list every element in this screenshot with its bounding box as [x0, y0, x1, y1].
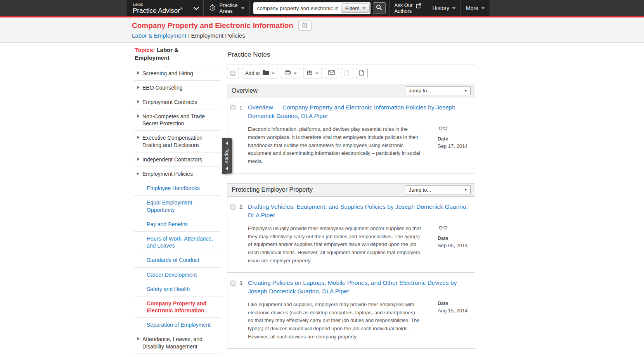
- brand-dropdown-button[interactable]: [189, 0, 204, 16]
- breadcrumb-separator: /: [188, 32, 191, 39]
- chevron-down-icon: [136, 173, 139, 175]
- date-label: Date: [438, 236, 467, 241]
- chevron-right-icon: [137, 337, 140, 340]
- sidebar-topic-label: Employment Policies: [142, 171, 193, 177]
- sidebar-topic[interactable]: Screening and Hiring: [134, 66, 221, 80]
- search-button[interactable]: [373, 2, 386, 14]
- item-checkbox[interactable]: [230, 204, 235, 210]
- sidebar-topic-label: Attendance, Leaves, and Disability Manag…: [142, 336, 203, 349]
- result-title-link[interactable]: Drafting Vehicles, Equipment, and Suppli…: [248, 203, 470, 220]
- document-button[interactable]: [356, 68, 368, 78]
- result-title-link[interactable]: Overview — Company Property and Electron…: [248, 103, 470, 121]
- sidebar-subtopic[interactable]: Pay and Benefits: [134, 217, 221, 231]
- date-value: Sep 17, 2014: [438, 143, 467, 149]
- sidebar-subtopic[interactable]: Employee Handbooks: [134, 181, 221, 195]
- chevron-right-icon: [137, 114, 140, 118]
- alert-clock-button[interactable]: [298, 21, 312, 31]
- topics-heading: Topics: Labor & Employment: [134, 45, 221, 66]
- breadcrumb-link[interactable]: Labor & Employment: [132, 32, 186, 39]
- sidebar-topic[interactable]: Wage and Hour Compliance: [134, 354, 221, 357]
- chevron-down-icon: ▼: [464, 188, 467, 192]
- download-button[interactable]: [303, 68, 322, 78]
- chevron-down-icon: [452, 7, 455, 9]
- brand-logo-bottom: Practice Advisor®: [133, 7, 183, 15]
- sidebar-topic[interactable]: Employment Policies: [134, 166, 221, 181]
- section-title: Overview: [232, 87, 258, 94]
- result-description: Employers usually provide their employee…: [248, 225, 421, 265]
- download-icon: [306, 69, 313, 77]
- breadcrumb-current: Employment Policies: [191, 32, 245, 39]
- sidebar-subtopic[interactable]: Separation of Employment: [134, 317, 221, 332]
- chevron-right-icon: [137, 71, 140, 75]
- jump-to-select[interactable]: Jump to...▼: [406, 185, 471, 194]
- sidebar-topic-label: Screening and Hiring: [142, 70, 193, 76]
- sidebar-topic-label: Executive Compensation Drafting and Disc…: [142, 135, 203, 148]
- ask-our-authors-button[interactable]: Ask Our Authors: [390, 0, 428, 16]
- print-button[interactable]: [281, 68, 300, 78]
- sidebar-subtopic[interactable]: Equal Employment Opportunity: [134, 195, 221, 217]
- item-checkbox[interactable]: [230, 105, 235, 110]
- sidebar-topic-label: Independent Contractors: [142, 156, 202, 163]
- results-section: Protecting Employer PropertyJump to...▼2…: [227, 183, 475, 349]
- results-toolbar: Add to: [227, 68, 475, 78]
- result-body-row: Employers usually provide their employee…: [248, 225, 470, 265]
- sidebar-topic[interactable]: Non-Competes and Trade Secret Protection: [134, 109, 221, 130]
- item-checkbox[interactable]: [230, 281, 235, 286]
- result-title-link[interactable]: Creating Policies on Laptops, Mobile Pho…: [248, 279, 470, 296]
- sidebar-subtopic[interactable]: Safety and Health: [134, 282, 221, 296]
- document-icon: [359, 70, 364, 77]
- date-label: Date: [438, 301, 467, 306]
- history-label: History: [432, 5, 449, 11]
- practice-areas-menu[interactable]: Practice Areas: [204, 0, 250, 16]
- select-all-button[interactable]: [227, 68, 239, 78]
- sidebar-subtopic-active[interactable]: Company Property and Electronic Informat…: [134, 296, 221, 317]
- external-window-icon: [416, 3, 422, 10]
- item-body: Overview — Company Property and Electron…: [248, 103, 470, 166]
- sidebar-topic[interactable]: Independent Contractors: [134, 152, 221, 166]
- history-menu[interactable]: History: [427, 0, 461, 16]
- sidebar-subtopic[interactable]: Standards of Conduct: [134, 253, 221, 267]
- email-button[interactable]: [325, 68, 338, 78]
- more-label: More: [466, 5, 478, 11]
- page-header: Company Property and Electronic Informat…: [0, 17, 644, 43]
- main-content: Practice Notes Add to: [224, 43, 475, 357]
- jump-to-select[interactable]: Jump to...▼: [406, 86, 471, 95]
- sidebar-topic-label: Employment Contracts: [142, 99, 197, 105]
- chevron-down-icon: [294, 73, 297, 74]
- printer-icon: [284, 70, 291, 77]
- filters-button[interactable]: Filters: [341, 3, 370, 13]
- results-section: OverviewJump to...▼1.Overview — Company …: [227, 84, 475, 173]
- result-description: Electronic information, platforms, and d…: [248, 125, 421, 166]
- topics-list: Screening and HiringEEO CounselingEmploy…: [134, 66, 221, 357]
- sidebar-topic[interactable]: EEO Counseling: [134, 80, 221, 95]
- top-navbar: Lexis Practice Advisor® Practice Areas: [0, 0, 644, 16]
- results-heading: Practice Notes: [227, 51, 475, 59]
- result-item: 3.Creating Policies on Laptops, Mobile P…: [227, 272, 475, 348]
- sidebar-topic[interactable]: Attendance, Leaves, and Disability Manag…: [134, 332, 221, 353]
- sidebar-subtopic[interactable]: Career Development: [134, 267, 221, 282]
- jump-to-label: Jump to...: [409, 187, 431, 193]
- chevron-down-icon: ▼: [464, 89, 467, 93]
- sections: OverviewJump to...▼1.Overview — Company …: [227, 84, 475, 357]
- search-input[interactable]: [254, 5, 341, 11]
- more-menu[interactable]: More: [461, 0, 490, 16]
- chevron-down-icon: [241, 7, 244, 9]
- search-icon: [376, 4, 382, 12]
- add-to-folder-button[interactable]: Add to: [242, 68, 278, 78]
- sidebar-topic[interactable]: Executive Compensation Drafting and Disc…: [134, 130, 221, 152]
- glasses-icon: [438, 225, 467, 231]
- section-header: Protecting Employer PropertyJump to...▼: [227, 184, 475, 197]
- sidebar-subtopic[interactable]: Hours of Work, Attendance, and Leaves: [134, 231, 221, 253]
- glasses-icon: [438, 125, 467, 132]
- result-item: 1.Overview — Company Property and Electr…: [227, 97, 475, 173]
- document-icon: [345, 70, 349, 77]
- chevron-right-icon: [137, 158, 140, 161]
- chevron-right-icon: [137, 86, 140, 89]
- date-value: Sep 05, 2014: [438, 243, 467, 248]
- document-button-disabled: [341, 68, 353, 78]
- filters-label: Filters: [345, 5, 360, 11]
- folder-icon: [263, 70, 269, 76]
- jump-to-label: Jump to...: [409, 88, 431, 94]
- sidebar-topic[interactable]: Employment Contracts: [134, 95, 221, 109]
- item-number: 2.: [239, 203, 248, 265]
